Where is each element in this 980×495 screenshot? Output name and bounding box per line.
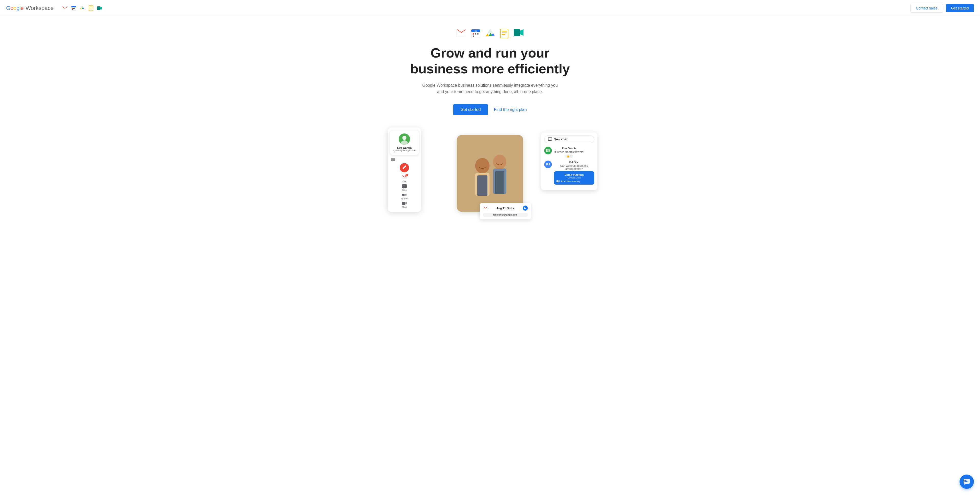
svg-rect-42 (495, 171, 504, 194)
workspace-label: Workspace (25, 5, 54, 11)
svg-rect-31 (402, 185, 407, 188)
contact-sales-button[interactable]: Contact sales (910, 4, 943, 13)
header: Google Workspace 31 (0, 0, 980, 16)
new-chat-icon (548, 137, 552, 142)
chat-avatar-pj: PJ (544, 161, 552, 168)
meet-card-title: Video meeting (557, 173, 592, 177)
svg-rect-13 (97, 6, 100, 10)
svg-rect-5 (72, 8, 73, 9)
meet-card-subtitle: Google Meet (557, 177, 592, 179)
nav-item-mail[interactable]: 0 Mail (402, 175, 407, 183)
svg-rect-7 (75, 8, 75, 9)
hamburger-icon (390, 158, 395, 161)
svg-rect-24 (502, 32, 507, 33)
header-left: Google Workspace 31 (6, 5, 103, 11)
hero-gmail-icon (456, 29, 466, 39)
center-photo (457, 135, 523, 212)
header-app-icons: 31 (62, 5, 103, 11)
svg-text:31: 31 (73, 6, 75, 8)
logo-letter-g2: g (16, 5, 19, 11)
svg-rect-21 (473, 35, 474, 37)
get-started-hero-button[interactable]: Get started (453, 104, 488, 115)
chat-sender-1: Eva Garcia (554, 147, 584, 150)
join-label: Join video meeting (560, 180, 580, 183)
svg-rect-22 (501, 29, 508, 38)
logo-letter-g: G (6, 5, 11, 11)
hero-meet-icon (514, 29, 524, 39)
main-content: 31 Grow and run your business more effic… (0, 16, 980, 224)
svg-rect-18 (473, 33, 474, 35)
hero-keep-icon (499, 29, 509, 39)
mail-icon: 0 (402, 175, 407, 180)
chat-label: Chat (402, 189, 407, 191)
svg-point-28 (402, 136, 406, 140)
svg-rect-39 (477, 175, 487, 196)
chat-text-2: Can we chat about the arrangement? (554, 164, 594, 170)
gmail-icon (62, 5, 68, 11)
calendar-icon: 31 (70, 5, 77, 11)
mail-label: Mail (402, 180, 406, 183)
new-chat-label: New chat (554, 137, 568, 141)
svg-rect-11 (90, 8, 92, 8)
hero-subtitle: Google Workspace business solutions seam… (418, 82, 562, 95)
product-showcase: Eva Garcia egarcia@example.com (375, 127, 605, 224)
hero-title: Grow and run your business more efficien… (410, 45, 570, 77)
get-started-header-button[interactable]: Get started (946, 4, 974, 12)
mail-badge: 0 (406, 174, 408, 177)
svg-point-33 (404, 194, 406, 196)
svg-point-37 (475, 158, 490, 173)
send-button[interactable]: ▶ (523, 205, 528, 211)
avatar (399, 134, 410, 145)
chat-nav-icon (402, 185, 407, 188)
svg-rect-10 (90, 6, 92, 7)
logo-letter-o2: o (13, 5, 16, 11)
svg-point-34 (406, 194, 407, 196)
svg-rect-45 (557, 180, 558, 182)
gmail-compose-overlay: Aug 11 Order ▶ reflorish@example.com (480, 203, 531, 220)
meet-icon (97, 5, 103, 11)
chat-message-1: EG Eva Garcia I'll order Albert's flower… (544, 147, 594, 158)
spaces-label: Spaces (401, 197, 408, 200)
meet-join-link[interactable]: Join video meeting (557, 180, 592, 183)
svg-rect-12 (90, 9, 92, 9)
drive-icon (79, 5, 85, 11)
svg-text:31: 31 (475, 30, 477, 32)
hero-section: 31 Grow and run your business more effic… (0, 16, 980, 224)
hero-app-icons: 31 (456, 29, 524, 39)
hero-buttons: Get started Find the right plan (453, 104, 527, 115)
svg-point-32 (402, 194, 404, 196)
hero-title-line2: business more efficiently (410, 61, 570, 76)
hero-title-line1: Grow and run your (430, 46, 549, 60)
svg-rect-35 (402, 202, 406, 205)
hero-drive-icon (485, 29, 495, 39)
keep-icon (88, 5, 94, 11)
nav-item-chat[interactable]: Chat (402, 185, 407, 191)
profile-card: Eva Garcia egarcia@example.com (390, 131, 419, 155)
compose-button[interactable] (400, 163, 409, 172)
new-chat-button[interactable]: New chat (544, 135, 594, 143)
chat-panel: New chat EG Eva Garcia I'll order Albert… (541, 132, 597, 190)
svg-rect-6 (73, 8, 74, 9)
meet-label: Meet (402, 206, 407, 208)
svg-rect-19 (475, 33, 476, 35)
find-plan-button[interactable]: Find the right plan (494, 107, 527, 112)
chat-avatar-eva: EG (544, 147, 552, 154)
spaces-nav-icon (402, 193, 407, 197)
nav-item-meet[interactable]: Meet (402, 201, 407, 208)
video-icon (557, 180, 560, 183)
compose-to: reflorish@example.com (483, 213, 528, 217)
svg-rect-44 (548, 138, 552, 141)
chat-content-2: PJ Gee Can we chat about the arrangement… (554, 161, 594, 185)
photo-placeholder (457, 135, 523, 212)
svg-rect-8 (72, 9, 73, 10)
svg-point-40 (493, 155, 506, 169)
chat-reaction-1: 👍 1 (565, 154, 573, 158)
hero-calendar-icon: 31 (471, 29, 481, 39)
meet-card: Video meeting Google Meet Join video mee… (554, 171, 594, 185)
svg-rect-36 (457, 135, 523, 212)
nav-item-spaces[interactable]: Spaces (401, 193, 408, 200)
google-logo: Google (6, 5, 24, 11)
svg-rect-26 (514, 29, 520, 36)
compose-subject: Aug 11 Order (490, 207, 521, 210)
compose-header: Aug 11 Order ▶ (483, 205, 528, 211)
